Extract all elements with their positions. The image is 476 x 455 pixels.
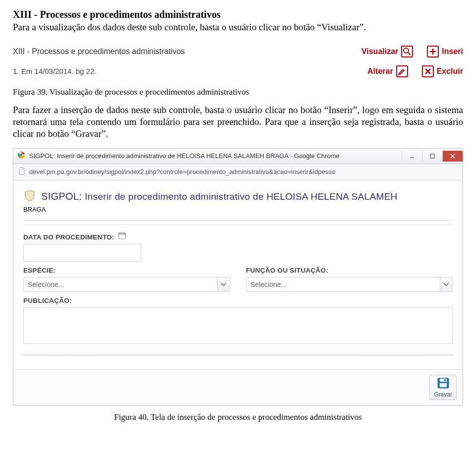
form-header: SIGPOL: Inserir de procedimento administ… (23, 185, 453, 206)
shot1-item: 1. Em 14/03/2014. bg 22. (13, 67, 96, 75)
window-titlebar: SIGPOL: Inserir de procedimento administ… (13, 149, 463, 164)
inserir-link[interactable]: Inseri (427, 46, 463, 57)
calendar-icon[interactable] (118, 232, 126, 239)
chevron-down-icon (217, 278, 230, 291)
label-publicacao: PUBLICAÇÃO: (23, 297, 453, 304)
body-paragraph: Para fazer a inserção de dados neste sub… (13, 104, 463, 140)
brand-line2: BRAGA (23, 206, 46, 213)
pencil-icon (396, 65, 408, 77)
shot1-title: XIII - Processos e procedimentos adminis… (13, 47, 185, 56)
label-funcao: FUNÇÃO OU SITUAÇÃO: (246, 267, 453, 274)
section-heading: XIII - Processos e procedimentos adminis… (13, 9, 463, 20)
screenshot-1: XIII - Processos e procedimentos adminis… (13, 43, 463, 80)
svg-rect-9 (430, 154, 434, 158)
excluir-label: Excluir (437, 67, 463, 76)
gravar-button[interactable]: Gravar (429, 375, 457, 400)
window-title: SIGPOL: Inserir de procedimento administ… (29, 152, 340, 160)
divider (23, 225, 453, 225)
especie-select-value[interactable] (23, 277, 230, 292)
gravar-label: Gravar (434, 391, 452, 398)
maximize-button[interactable] (422, 151, 442, 162)
especie-select[interactable] (23, 277, 230, 292)
url-text: devel.pm.pa.gov.br/odiney/sigpol/index2.… (29, 168, 335, 175)
chrome-icon (17, 151, 25, 161)
plus-icon (427, 46, 439, 57)
divider (23, 220, 453, 221)
page-icon (18, 167, 25, 176)
svg-rect-18 (440, 383, 447, 387)
svg-rect-13 (119, 233, 125, 234)
funcao-select[interactable] (246, 277, 453, 292)
brand-rest: Inserir de procedimento administrativo d… (85, 191, 398, 202)
figure-caption-39: Figura 39. Visualização de processos e p… (13, 87, 463, 97)
publicacao-input[interactable] (23, 307, 453, 344)
data-procedimento-input[interactable] (23, 244, 141, 262)
svg-rect-19 (444, 379, 446, 381)
label-especie: ESPÉCIE: (23, 267, 230, 274)
close-button[interactable] (442, 151, 463, 162)
intro-paragraph: Para a visualização dos dados deste sub … (13, 21, 463, 34)
save-icon (437, 377, 450, 391)
funcao-select-value[interactable] (246, 277, 453, 292)
inserir-label: Inseri (442, 47, 463, 56)
visualizar-link[interactable]: Visualizar (361, 46, 413, 57)
alterar-label: Alterar (367, 67, 393, 76)
svg-line-1 (408, 53, 411, 55)
alterar-link[interactable]: Alterar (367, 65, 408, 77)
shield-icon (23, 189, 36, 204)
x-icon (422, 65, 434, 77)
chrome-window: SIGPOL: Inserir de procedimento administ… (13, 148, 463, 405)
visualizar-label: Visualizar (361, 47, 398, 56)
excluir-link[interactable]: Excluir (422, 65, 463, 77)
label-data-procedimento: DATA DO PROCEDIMENTO: (23, 233, 115, 241)
url-bar[interactable]: devel.pm.pa.gov.br/odiney/sigpol/index2.… (13, 164, 463, 180)
minimize-button[interactable] (402, 151, 422, 162)
figure-caption-40: Figura 40. Tela de inserção de processos… (13, 412, 463, 422)
search-icon (401, 46, 413, 57)
form-bottom-bar: Gravar (13, 369, 463, 405)
dotted-divider (23, 355, 453, 355)
chevron-down-icon (440, 278, 452, 291)
brand-prefix: SIGPOL: (41, 191, 82, 202)
svg-point-0 (404, 48, 409, 53)
